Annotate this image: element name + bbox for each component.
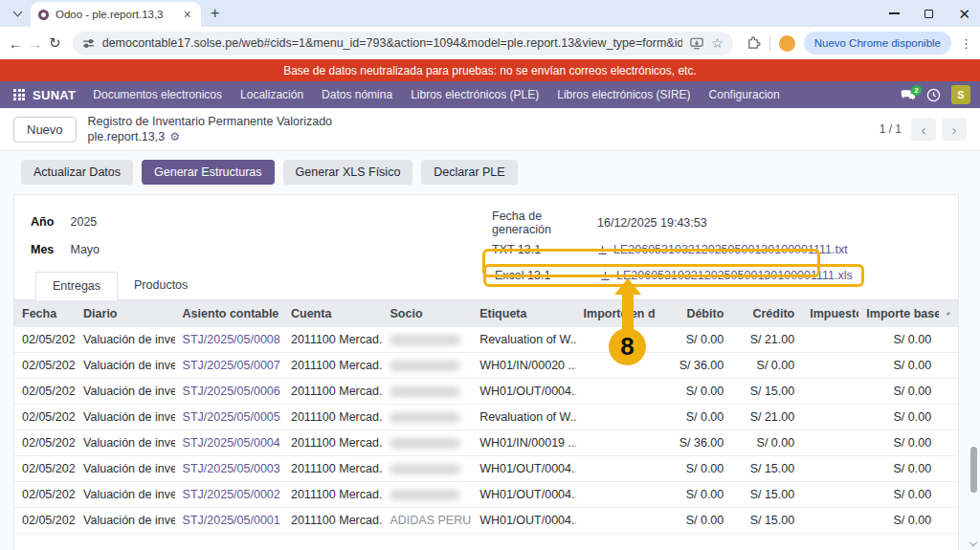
gear-icon[interactable]: ⚙: [169, 130, 180, 143]
tab-productos[interactable]: Productos: [118, 272, 204, 300]
cell-cuenta: 2011100 Mercad...: [283, 405, 383, 430]
col-etiqueta[interactable]: Etiqueta: [472, 300, 575, 327]
breadcrumb-title[interactable]: Registro de Inventario Permanente Valori…: [88, 115, 332, 130]
new-record-button[interactable]: Nuevo: [13, 117, 77, 143]
install-icon[interactable]: [690, 37, 703, 50]
cell-etiqueta: WH01/OUT/0004...: [472, 456, 575, 482]
cell-asiento-link[interactable]: STJ/2025/05/0003: [175, 456, 283, 482]
cell-cuenta: 2011100 Mercad...: [283, 456, 383, 482]
cell-asiento-link[interactable]: STJ/2025/05/0001: [175, 508, 283, 534]
cell-asiento-link[interactable]: STJ/2025/05/0006: [175, 379, 283, 405]
col-impuesto[interactable]: Impuesto: [802, 300, 858, 327]
col-diario[interactable]: Diario: [76, 300, 175, 327]
browser-tab[interactable]: Odoo - ple.report.13,3 ×: [31, 2, 201, 27]
mes-value[interactable]: Mayo: [70, 243, 100, 256]
col-cuenta[interactable]: Cuenta: [283, 300, 383, 327]
table-row[interactable]: 02/05/2025 Valuación de inve... STJ/2025…: [14, 379, 958, 405]
window-maximize-button[interactable]: [924, 10, 933, 18]
pager-next-button[interactable]: ›: [942, 118, 967, 141]
cell-fecha: 02/05/2025: [14, 327, 76, 353]
table-row[interactable]: 02/05/2025 Valuación de inve... STJ/2025…: [14, 430, 958, 456]
cell-asiento-link[interactable]: STJ/2025/05/0002: [175, 482, 283, 508]
app-brand[interactable]: SUNAT: [33, 88, 76, 102]
browser-titlebar: Odoo - ple.report.13,3 × + ✕: [0, 0, 980, 27]
cell-importe-base: S/ 0.00: [858, 327, 939, 353]
cell-cuenta: 2011100 Mercad...: [283, 430, 383, 456]
table-row[interactable]: 02/05/2025 Valuación de inve... STJ/2025…: [14, 353, 958, 379]
window-minimize-button[interactable]: [889, 12, 900, 14]
cell-credito: S/ 0.00: [731, 353, 802, 379]
nav-menu: Documentos electronicosLocalizaciónDatos…: [93, 88, 901, 101]
table-row[interactable]: 02/05/2025 Valuación de inve... STJ/2025…: [14, 456, 958, 482]
anio-value[interactable]: 2025: [70, 215, 97, 229]
tab-search-button[interactable]: [6, 4, 29, 23]
back-button[interactable]: ←: [8, 31, 24, 55]
generar-estructuras-button[interactable]: Generar Estructuras: [142, 160, 275, 185]
cell-credito: S/ 21.00: [731, 327, 802, 353]
nav-menu-item[interactable]: Datos nómina: [322, 88, 392, 101]
cell-etiqueta: Revaluation of W...: [472, 405, 575, 430]
cell-importe-divisa: [576, 508, 657, 534]
address-bar[interactable]: democontable17.solse.pe/web#cids=1&menu_…: [73, 32, 733, 55]
declarar-ple-button[interactable]: Declarar PLE: [421, 160, 517, 185]
scrollbar-thumb[interactable]: [970, 447, 977, 493]
table-row[interactable]: 02/05/2025 Valuación de inve... STJ/2025…: [14, 508, 958, 534]
chrome-update-button[interactable]: Nuevo Chrome disponible: [804, 32, 951, 55]
bookmark-star-icon[interactable]: ☆: [711, 35, 724, 51]
browser-menu-icon[interactable]: ⋮: [960, 36, 972, 51]
user-avatar[interactable]: S: [951, 85, 970, 104]
cell-asiento-link[interactable]: STJ/2025/05/0004: [175, 430, 283, 456]
breadcrumb-model[interactable]: ple.report.13,3: [88, 130, 166, 143]
tab-close-icon[interactable]: ×: [182, 8, 193, 21]
col-importe-base[interactable]: Importe base: [858, 300, 939, 327]
col-asiento[interactable]: Asiento contable: [175, 300, 283, 327]
cell-asiento-link[interactable]: STJ/2025/05/0005: [175, 405, 283, 430]
table-row[interactable]: 02/05/2025 Valuación de inve... STJ/2025…: [14, 482, 958, 508]
cell-asiento-link[interactable]: STJ/2025/05/0007: [175, 353, 283, 379]
cell-importe-base: S/ 0.00: [858, 456, 939, 482]
activities-clock-icon[interactable]: [926, 88, 941, 102]
messages-button[interactable]: 2: [901, 89, 916, 101]
table-row[interactable]: 02/05/2025 Valuación de inve... STJ/2025…: [14, 327, 958, 353]
pager-prev-button[interactable]: ‹: [911, 118, 936, 141]
apps-grid-icon[interactable]: [13, 89, 25, 100]
col-credito[interactable]: Crédito: [731, 300, 802, 327]
col-debito[interactable]: Débito: [656, 300, 731, 327]
forward-button[interactable]: →: [28, 31, 44, 55]
txt-download-link[interactable]: LE2060531032120250500130100001111.txt: [597, 243, 848, 256]
profile-avatar[interactable]: [779, 35, 795, 52]
column-settings-icon[interactable]: [947, 308, 950, 319]
table-row[interactable]: 02/05/2025 Valuación de inve... STJ/2025…: [14, 405, 958, 430]
cell-etiqueta: WH01/IN/00020 ...: [472, 353, 575, 379]
tab-entregas[interactable]: Entregas: [35, 272, 118, 300]
cell-impuesto: [802, 353, 858, 379]
extensions-icon[interactable]: [746, 36, 761, 51]
entregas-table: Fecha Diario Asiento contable Cuenta Soc…: [14, 300, 958, 534]
col-options[interactable]: [939, 300, 958, 327]
window-close-button[interactable]: ✕: [958, 7, 970, 21]
actualizar-datos-button[interactable]: Actualizar Datos: [21, 160, 133, 185]
form-actions: Actualizar Datos Generar Estructuras Gen…: [0, 150, 980, 194]
generar-xls-fisico-button[interactable]: Generar XLS Físico: [283, 160, 413, 185]
nav-menu-item[interactable]: Documentos electronicos: [93, 88, 222, 101]
cell-asiento-link[interactable]: STJ/2025/05/0008: [175, 327, 283, 353]
nav-menu-item[interactable]: Localización: [240, 88, 303, 101]
site-settings-icon[interactable]: [82, 37, 95, 50]
nav-menu-item[interactable]: Libros electrónicos (PLE): [411, 88, 539, 101]
nav-menu-item[interactable]: Configuracion: [709, 88, 780, 101]
socio-redacted-blur: [390, 438, 460, 449]
reload-button[interactable]: ↻: [47, 31, 63, 55]
cell-importe-base: S/ 0.00: [858, 379, 939, 405]
cell-fecha: 02/05/2025: [14, 379, 76, 405]
nav-menu-item[interactable]: Libros electrónicos (SIRE): [557, 88, 690, 101]
cell-debito: S/ 0.00: [656, 456, 731, 482]
cell-diario: Valuación de inve...: [76, 508, 175, 534]
col-importe-divisa[interactable]: Importe en di...: [576, 300, 657, 327]
scrollbar-down-icon[interactable]: [969, 539, 977, 546]
col-socio[interactable]: Socio: [382, 300, 472, 327]
cell-impuesto: [802, 327, 858, 353]
cell-importe-base: S/ 0.00: [858, 405, 939, 430]
col-fecha[interactable]: Fecha: [14, 300, 76, 327]
new-tab-button[interactable]: +: [211, 5, 219, 22]
cell-debito: S/ 0.00: [656, 482, 731, 508]
